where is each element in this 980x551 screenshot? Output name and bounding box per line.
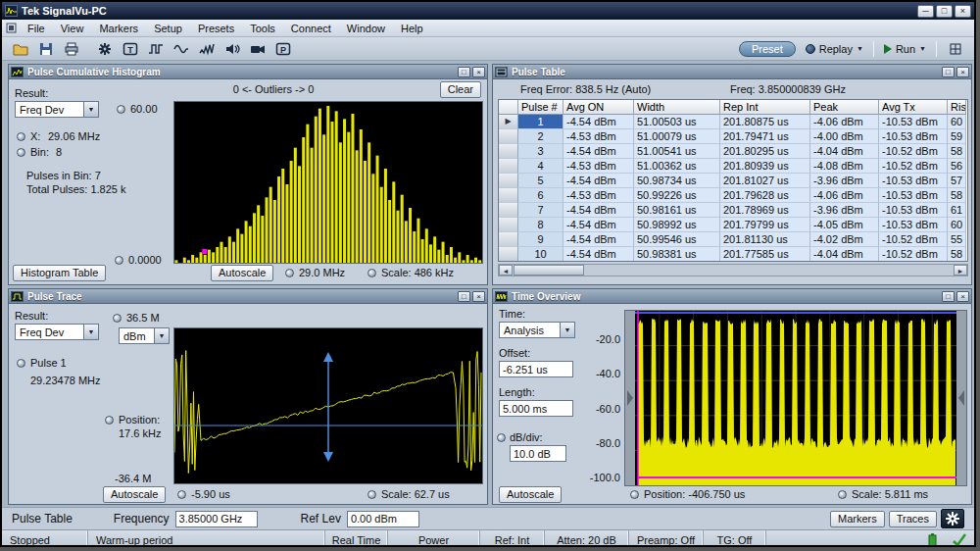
pulse-data-cell[interactable]: 50.99226 us (634, 188, 720, 203)
clear-button[interactable]: Clear (440, 81, 481, 98)
row-selector-cell[interactable] (499, 247, 518, 262)
pulse-table-row[interactable]: 3-4.54 dBm51.00541 us201.80295 us-4.04 d… (499, 144, 967, 159)
row-selector-cell[interactable] (499, 129, 518, 144)
pulse-data-cell[interactable]: 60 (948, 218, 966, 232)
row-selector-cell[interactable] (499, 188, 518, 203)
pulse-data-cell[interactable]: -10.52 dBm (879, 159, 948, 174)
pulse-data-cell[interactable]: -4.53 dBm (564, 188, 634, 203)
histogram-panel-titlebar[interactable]: Pulse Cumulative Histogram □ × (9, 65, 487, 79)
replay-button[interactable]: Replay ▼ (802, 42, 867, 56)
pulse-number-cell[interactable]: 10 (518, 247, 564, 262)
row-selector-cell[interactable] (499, 159, 518, 174)
col-width[interactable]: Width (634, 100, 720, 115)
reflev-input[interactable] (347, 511, 419, 527)
window-titlebar[interactable]: Tek SignalVu-PC ─ □ × (2, 2, 974, 20)
pulse-data-cell[interactable]: 51.00503 us (634, 115, 720, 129)
menu-file[interactable]: File (20, 22, 53, 35)
trace-autoscale-button[interactable]: Autoscale (103, 486, 166, 503)
dropdown-arrow-icon[interactable]: ▼ (83, 102, 98, 117)
length-input[interactable] (499, 400, 573, 417)
pulse-data-cell[interactable]: 55 (948, 232, 966, 247)
col-avg-tx[interactable]: Avg Tx (879, 100, 948, 115)
pulse-data-cell[interactable]: -4.53 dBm (564, 159, 634, 174)
pulse-data-cell[interactable]: -4.54 dBm (564, 247, 634, 262)
x-knob-icon[interactable] (17, 132, 25, 141)
xcenter-knob-icon[interactable] (285, 269, 294, 277)
presets-p-icon[interactable]: P (270, 38, 295, 59)
app-menu-icon[interactable] (6, 23, 20, 33)
pulse-data-cell[interactable]: -4.00 dBm (810, 129, 879, 144)
pulse-data-cell[interactable]: -4.05 dBm (810, 218, 879, 232)
pulse-data-cell[interactable]: 60 (948, 115, 966, 129)
scale-value[interactable]: Scale: 486 kHz (381, 267, 454, 278)
time-position-value[interactable]: Position: -406.750 us (644, 488, 745, 500)
pulse-data-cell[interactable]: 56 (948, 159, 966, 174)
pulse-number-cell[interactable]: 9 (518, 232, 564, 247)
pulse-data-cell[interactable]: -10.53 dBm (879, 188, 948, 203)
minimize-button[interactable]: ─ (917, 5, 934, 18)
pulse-data-cell[interactable]: 51.00362 us (634, 159, 720, 174)
dbdiv-input[interactable] (510, 445, 566, 462)
col-pulse-number[interactable]: Pulse # (518, 100, 564, 115)
dropdown-arrow-icon[interactable]: ▼ (83, 325, 98, 339)
traces-button[interactable]: Traces (889, 511, 937, 527)
pulse-table-row[interactable]: 6-4.53 dBm50.99226 us201.79628 us-4.06 d… (499, 188, 967, 203)
pulse-data-cell[interactable]: 201.78969 us (720, 203, 810, 218)
pulse-data-cell[interactable]: -10.52 dBm (879, 144, 948, 159)
run-chevron-down-icon[interactable]: ▼ (919, 45, 926, 52)
pulse-number-cell[interactable]: 8 (518, 218, 564, 232)
display-settings-gear-icon[interactable] (941, 509, 964, 528)
menu-connect[interactable]: Connect (283, 22, 339, 35)
menu-markers[interactable]: Markers (91, 22, 146, 35)
pulse-data-cell[interactable]: 59 (948, 129, 966, 144)
pulse-data-cell[interactable]: 58 (948, 188, 966, 203)
dropdown-arrow-icon[interactable]: ▼ (154, 328, 169, 343)
pulse-number-cell[interactable]: 6 (518, 188, 564, 203)
time-overview-close-icon[interactable]: × (956, 291, 969, 302)
replay-chevron-down-icon[interactable]: ▼ (857, 45, 863, 52)
pulse-number-cell[interactable]: 5 (518, 174, 564, 188)
scroll-left-icon[interactable]: ◄ (499, 265, 513, 276)
pulse-number-cell[interactable]: 1 (518, 115, 564, 129)
pulse-table-row[interactable]: 10-4.54 dBm50.98381 us201.77585 us-4.04 … (499, 247, 967, 262)
bin-value[interactable]: 8 (56, 146, 62, 158)
col-rise[interactable]: Rise (948, 100, 966, 115)
pulse-data-cell[interactable]: -4.54 dBm (564, 115, 634, 129)
pulse-data-cell[interactable]: 51.00079 us (634, 129, 720, 144)
pulse-waveform-icon[interactable] (143, 38, 168, 59)
menu-tools[interactable]: Tools (242, 22, 283, 35)
time-overview-restore-icon[interactable]: □ (942, 291, 955, 302)
row-selector-cell[interactable]: ▶ (499, 115, 518, 129)
pulse-select-label[interactable]: Pulse 1 (30, 357, 67, 369)
print-icon[interactable] (59, 38, 83, 59)
pulse-data-cell[interactable]: -3.96 dBm (810, 203, 879, 218)
pulse-data-cell[interactable]: 201.80939 us (720, 159, 810, 174)
pulse-data-cell[interactable]: -4.04 dBm (810, 144, 879, 159)
pulse-table-row[interactable]: 7-4.54 dBm50.98161 us201.78969 us-3.96 d… (499, 203, 967, 218)
row-selector-cell[interactable] (499, 144, 518, 159)
trace-scale-knob-icon[interactable] (368, 490, 376, 499)
time-scale-knob-icon[interactable] (838, 490, 847, 499)
pulse-data-cell[interactable]: -4.08 dBm (810, 159, 879, 174)
open-folder-icon[interactable] (8, 38, 32, 59)
menu-help[interactable]: Help (393, 22, 431, 35)
pulse-data-cell[interactable]: 58 (948, 144, 966, 159)
trace-y-max[interactable]: 36.5 M (126, 312, 160, 324)
units-dropdown[interactable]: dBm ▼ (119, 327, 170, 344)
time-dropdown[interactable]: Analysis ▼ (499, 322, 575, 338)
pulse-data-cell[interactable]: 57 (948, 174, 966, 188)
x-center-value[interactable]: 29.0 MHz (299, 267, 345, 278)
pulse-data-cell[interactable]: -4.54 dBm (564, 174, 634, 188)
scroll-right-icon[interactable]: ► (954, 265, 967, 276)
pulse-data-cell[interactable]: 201.79471 us (720, 129, 810, 144)
row-selector-cell[interactable] (499, 232, 518, 247)
col-rep-int[interactable]: Rep Int (720, 100, 810, 115)
menu-presets[interactable]: Presets (190, 22, 242, 35)
pulse-data-cell[interactable]: 50.99546 us (634, 232, 720, 247)
trace-result-dropdown[interactable]: Freq Dev ▼ (15, 324, 99, 340)
pulse-data-cell[interactable]: -4.54 dBm (564, 203, 634, 218)
time-scale-value[interactable]: Scale: 5.811 ms (852, 488, 928, 500)
trace-ymax-knob-icon[interactable] (113, 314, 122, 323)
pulse-table-panel-titlebar[interactable]: Pulse Table □ × (493, 65, 971, 79)
histogram-autoscale-button[interactable]: Autoscale (211, 265, 273, 281)
